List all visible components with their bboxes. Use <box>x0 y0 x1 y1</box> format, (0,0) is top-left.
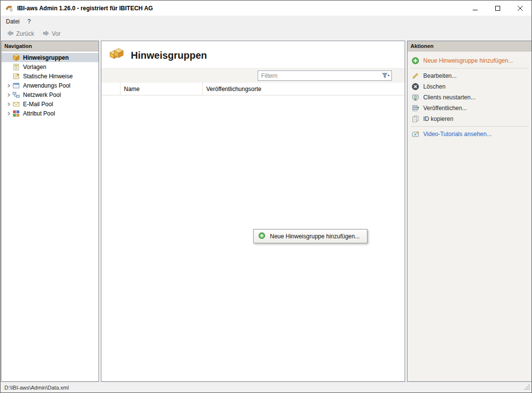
navigation-header: Navigation <box>1 41 98 51</box>
add-hinweisgruppe-button[interactable]: Neue Hinweisgruppe hinzufügen... <box>253 229 367 243</box>
action-clients-neustarten[interactable]: Clients neustarten... <box>408 92 532 103</box>
email-icon <box>12 100 21 108</box>
page-title: Hinweisgruppen <box>131 50 207 61</box>
chevron-right-icon <box>5 84 12 88</box>
nav-item-email-pool[interactable]: E-Mail Pool <box>1 99 98 109</box>
menu-help[interactable]: ? <box>24 17 35 26</box>
arrow-right-icon <box>42 29 50 39</box>
action-label: Löschen <box>423 83 445 90</box>
main-header: Hinweisgruppen <box>101 41 405 68</box>
action-neue-hinweisgruppe[interactable]: Neue Hinweisgruppe hinzufügen... <box>408 55 532 66</box>
add-hinweisgruppe-button-label: Neue Hinweisgruppe hinzufügen... <box>270 233 360 240</box>
nav-item-statische-hinweise[interactable]: Statische Hinweise <box>1 71 98 81</box>
action-video-tutorials[interactable]: Video-Tutorials ansehen... <box>408 129 532 139</box>
boxes-icon <box>108 47 125 64</box>
action-veroeffentlichen[interactable]: Veröffentlichen... <box>408 103 532 114</box>
nav-item-vorlagen[interactable]: Vorlagen <box>1 62 98 71</box>
forward-button[interactable]: Vor <box>39 28 64 40</box>
restart-clients-icon <box>411 93 419 101</box>
nav-item-netzwerk-pool[interactable]: Netzwerk Pool <box>1 90 98 99</box>
copy-id-icon <box>411 115 419 123</box>
nav-item-label: Attribut Pool <box>23 110 55 117</box>
publish-icon <box>411 104 419 112</box>
minimize-button[interactable] <box>464 0 486 16</box>
nav-item-label: E-Mail Pool <box>23 101 53 108</box>
template-icon <box>12 63 21 71</box>
navigation-panel: Navigation Hinweisgruppen Vorlagen <box>1 41 99 382</box>
network-icon <box>12 91 21 99</box>
chevron-right-icon <box>5 93 12 97</box>
delete-icon <box>411 83 419 91</box>
action-label: Neue Hinweisgruppe hinzufügen... <box>423 57 513 64</box>
close-button[interactable] <box>509 0 532 16</box>
table-header-name[interactable]: Name <box>121 83 203 95</box>
add-icon <box>411 57 419 65</box>
boxes-icon <box>12 54 21 62</box>
action-label: ID kopieren <box>423 116 453 122</box>
forward-label: Vor <box>52 30 61 37</box>
video-icon <box>411 130 419 138</box>
table-header: Name Veröffentlichungsorte <box>101 83 405 95</box>
nav-item-label: Anwendungs Pool <box>23 82 71 89</box>
table-header-veroeffentlichungsorte[interactable]: Veröffentlichungsorte <box>203 83 405 95</box>
nav-item-label: Vorlagen <box>23 64 46 70</box>
filter-funnel-icon[interactable] <box>380 72 391 79</box>
edit-icon <box>411 72 419 80</box>
filter-box <box>258 70 392 81</box>
menu-datei[interactable]: Datei <box>2 17 24 26</box>
action-list: Neue Hinweisgruppe hinzufügen... Bearbei… <box>408 51 532 139</box>
nav-item-anwendungs-pool[interactable]: Anwendungs Pool <box>1 81 98 90</box>
action-bearbeiten[interactable]: Bearbeiten... <box>408 70 532 81</box>
main-panel: Hinweisgruppen Name Veröffentlichungsort… <box>101 41 405 382</box>
statusbar: D:\IBI-aws\Admin\Data.xml <box>0 382 532 393</box>
maximize-button[interactable] <box>486 0 509 16</box>
filter-band <box>101 68 405 83</box>
arrow-left-icon <box>6 29 14 39</box>
back-button[interactable]: Zurück <box>3 28 38 40</box>
navigation-tree: Hinweisgruppen Vorlagen Statische Hinwei… <box>1 51 98 118</box>
add-icon <box>258 232 266 241</box>
window-controls <box>464 0 532 16</box>
nav-item-label: Statische Hinweise <box>23 73 73 80</box>
action-id-kopieren[interactable]: ID kopieren <box>408 114 532 124</box>
nav-item-attribut-pool[interactable]: Attribut Pool <box>1 109 98 118</box>
table-header-icon-col[interactable] <box>101 83 121 95</box>
actions-header: Aktionen <box>408 41 532 51</box>
separator <box>411 68 529 69</box>
nav-item-hinweisgruppen[interactable]: Hinweisgruppen <box>1 53 98 62</box>
static-note-icon <box>12 72 21 80</box>
action-label: Bearbeiten... <box>423 72 457 79</box>
chevron-right-icon <box>5 102 12 106</box>
action-label: Video-Tutorials ansehen... <box>423 131 491 138</box>
nav-item-label: Hinweisgruppen <box>23 54 69 61</box>
titlebar[interactable]: IBI-aws Admin 1.26.0 - registriert für I… <box>0 0 532 16</box>
window-title: IBI-aws Admin 1.26.0 - registriert für I… <box>17 5 153 12</box>
statusbar-path: D:\IBI-aws\Admin\Data.xml <box>4 385 69 391</box>
action-label: Veröffentlichen... <box>423 105 467 112</box>
toolbar: Zurück Vor <box>0 27 532 41</box>
resize-grip-icon[interactable] <box>524 384 530 391</box>
action-loeschen[interactable]: Löschen <box>408 81 532 92</box>
attribute-icon <box>12 110 21 117</box>
app-window: IBI-aws Admin 1.26.0 - registriert für I… <box>0 0 532 393</box>
application-icon <box>12 82 21 90</box>
filter-input[interactable] <box>258 71 380 80</box>
app-icon <box>5 4 13 12</box>
menubar: Datei ? <box>0 16 532 27</box>
chevron-right-icon <box>5 112 12 116</box>
action-label: Clients neustarten... <box>423 94 476 101</box>
actions-panel: Aktionen Neue Hinweisgruppe hinzufügen..… <box>407 41 532 382</box>
back-label: Zurück <box>16 30 34 37</box>
nav-item-label: Netzwerk Pool <box>23 92 61 98</box>
content-region: Navigation Hinweisgruppen Vorlagen <box>0 41 532 382</box>
separator <box>411 126 529 127</box>
